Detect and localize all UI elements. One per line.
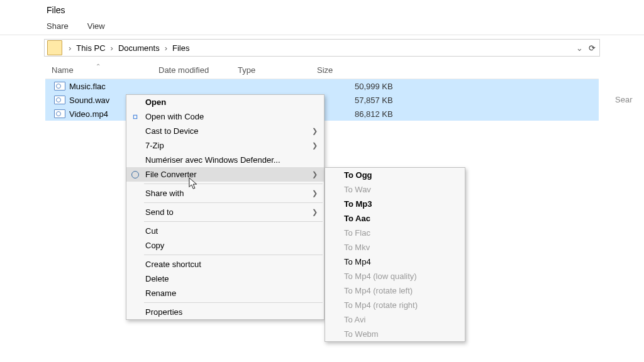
submenu-to-mp4-low[interactable]: To Mp4 (low quality) xyxy=(325,269,465,283)
menu-label: Cut xyxy=(145,226,158,236)
menu-open[interactable]: Open xyxy=(126,95,324,109)
column-size[interactable]: Size xyxy=(317,65,380,75)
breadcrumb-part[interactable]: Files xyxy=(171,43,191,53)
chevron-right-icon: ❯ xyxy=(312,170,318,178)
file-icon xyxy=(54,96,65,104)
menu-separator xyxy=(144,202,323,203)
menu-rename[interactable]: Rename xyxy=(126,286,324,300)
column-type[interactable]: Type xyxy=(238,65,317,75)
file-icon xyxy=(54,82,65,90)
menu-cut[interactable]: Cut xyxy=(126,224,324,238)
menu-label: Share with xyxy=(145,189,184,198)
submenu-to-mp4-rotate-right[interactable]: To Mp4 (rotate right) xyxy=(325,298,465,312)
menu-label: 7-Zip xyxy=(145,141,164,150)
vscode-icon: ◇ xyxy=(130,112,140,122)
submenu-to-mkv[interactable]: To Mkv xyxy=(325,240,465,255)
menu-separator xyxy=(144,302,323,303)
menu-delete[interactable]: Delete xyxy=(126,272,324,286)
menu-label: Properties xyxy=(145,307,182,317)
file-size: 50,999 KB xyxy=(355,82,393,91)
menu-7zip[interactable]: 7-Zip❯ xyxy=(126,138,324,153)
menu-windows-defender[interactable]: Numériser avec Windows Defender... xyxy=(126,153,324,167)
ribbon-tabs: Share View xyxy=(0,15,644,35)
submenu-to-mp4-rotate-left[interactable]: To Mp4 (rotate left) xyxy=(325,283,465,298)
file-converter-submenu: To Ogg To Wav To Mp3 To Aac To Flac To M… xyxy=(325,167,465,342)
menu-open-with-code[interactable]: ◇ Open with Code xyxy=(126,109,324,124)
file-icon xyxy=(54,109,65,118)
menu-label: Open xyxy=(145,97,166,107)
submenu-to-wav[interactable]: To Wav xyxy=(325,182,465,197)
menu-label: Delete xyxy=(145,274,169,283)
submenu-to-flac[interactable]: To Flac xyxy=(325,226,465,240)
search-input[interactable]: Sear xyxy=(610,90,644,108)
file-size: 86,812 KB xyxy=(355,109,393,119)
breadcrumb[interactable]: › This PC › Documents › Files xyxy=(66,43,191,53)
breadcrumb-part[interactable]: This PC xyxy=(75,43,106,53)
menu-create-shortcut[interactable]: Create shortcut xyxy=(126,257,324,272)
menu-label: Rename xyxy=(145,288,176,298)
menu-label: Copy xyxy=(145,241,164,250)
refresh-icon[interactable]: ⟳ xyxy=(587,43,597,53)
submenu-to-avi[interactable]: To Avi xyxy=(325,312,465,327)
breadcrumb-bar[interactable]: › This PC › Documents › Files ⌄ ⟳ xyxy=(44,39,600,57)
menu-label: Cast to Device xyxy=(145,126,199,136)
column-date[interactable]: Date modified xyxy=(158,65,238,75)
menu-separator xyxy=(144,184,323,184)
menu-separator xyxy=(144,221,323,222)
menu-label: Send to xyxy=(145,207,174,217)
menu-separator xyxy=(144,255,323,255)
submenu-to-webm[interactable]: To Webm xyxy=(325,327,465,341)
chevron-right-icon: ❯ xyxy=(312,189,318,197)
chevron-right-icon: › xyxy=(108,43,116,53)
chevron-right-icon: ❯ xyxy=(312,127,318,135)
menu-label: File Converter xyxy=(145,170,197,179)
tab-view[interactable]: View xyxy=(87,21,105,31)
file-size: 57,857 KB xyxy=(355,96,393,105)
menu-label: Open with Code xyxy=(145,112,204,121)
window-title: Files xyxy=(0,0,644,15)
chevron-right-icon: › xyxy=(162,43,170,53)
menu-share-with[interactable]: Share with❯ xyxy=(126,186,324,200)
column-name-label: Name xyxy=(52,65,74,75)
menu-copy[interactable]: Copy xyxy=(126,238,324,253)
menu-label: Numériser avec Windows Defender... xyxy=(145,155,280,165)
submenu-to-aac[interactable]: To Aac xyxy=(325,211,465,226)
file-row[interactable]: Music.flac 50,999 KB xyxy=(45,79,599,93)
menu-properties[interactable]: Properties xyxy=(126,305,324,319)
column-name[interactable]: Name ⌃ xyxy=(45,65,158,75)
submenu-to-mp3[interactable]: To Mp3 xyxy=(325,197,465,211)
context-menu: Open ◇ Open with Code Cast to Device❯ 7-… xyxy=(126,94,325,320)
submenu-to-mp4[interactable]: To Mp4 xyxy=(325,255,465,269)
chevron-right-icon: ❯ xyxy=(312,208,318,216)
tab-share[interactable]: Share xyxy=(47,21,69,31)
breadcrumb-part[interactable]: Documents xyxy=(117,43,161,53)
sort-asc-icon: ⌃ xyxy=(96,63,101,70)
menu-cast-to-device[interactable]: Cast to Device❯ xyxy=(126,124,324,138)
folder-icon xyxy=(47,40,62,55)
column-headers[interactable]: Name ⌃ Date modified Type Size xyxy=(45,63,599,79)
file-name: Music.flac xyxy=(69,82,158,91)
menu-label: Create shortcut xyxy=(145,260,201,269)
submenu-to-ogg[interactable]: To Ogg xyxy=(325,168,465,182)
menu-send-to[interactable]: Send to❯ xyxy=(126,205,324,219)
chevron-right-icon: ❯ xyxy=(312,141,318,150)
chevron-right-icon: › xyxy=(66,43,74,53)
file-converter-icon xyxy=(130,170,140,180)
chevron-down-icon[interactable]: ⌄ xyxy=(574,43,584,53)
menu-file-converter[interactable]: File Converter ❯ xyxy=(126,167,324,182)
